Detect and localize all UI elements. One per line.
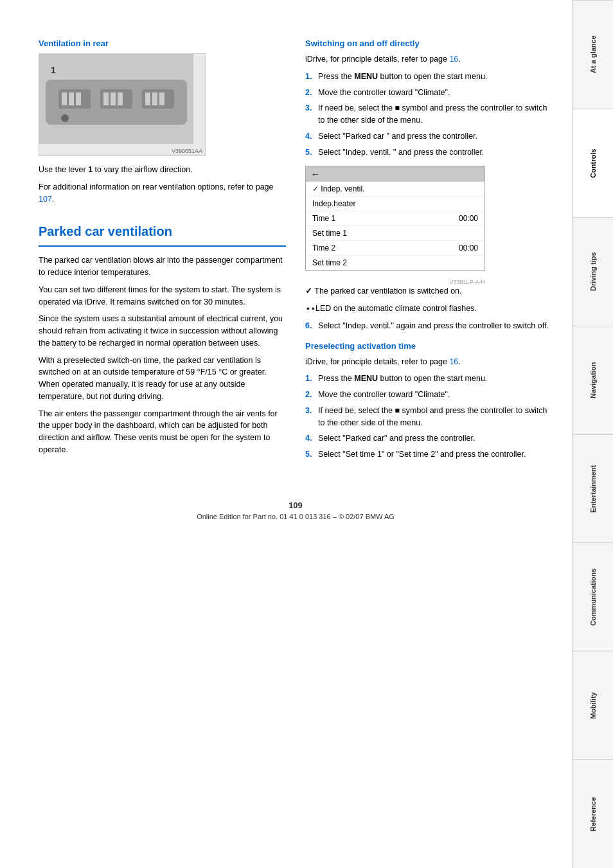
switch-step-2: 2. Move the controller toward "Climate". [305,87,553,99]
svg-rect-11 [145,93,150,105]
preselect-intro: iDrive, for principle details, refer to … [305,356,553,368]
svg-rect-4 [69,93,74,105]
page-footer: 109 Online Edition for Part no. 01 41 0 … [39,494,553,520]
switch-intro: iDrive, for principle details, refer to … [305,53,553,66]
menu-item-time2: Time 2 00:00 [306,241,484,256]
menu-screenshot-wrapper: ← ✓ Indep. ventil. Indep.heater Time 1 0… [305,166,553,285]
back-icon: ← [311,169,320,179]
menu-item-time1: Time 1 00:00 [306,211,484,226]
menu-item-indep-heater: Indep.heater [306,197,484,211]
svg-rect-3 [62,93,67,105]
ventilation-rear-title: Ventilation in rear [39,39,286,48]
svg-rect-12 [152,93,157,105]
preselect-step-1: 1. Press the MENU button to open the sta… [305,373,553,385]
copyright-text: Online Edition for Part no. 01 41 0 013 … [39,513,553,520]
right-sidebar: At a glance Controls Driving tips Naviga… [572,0,613,868]
sidebar-tab-mobility[interactable]: Mobility [573,651,613,759]
sidebar-tab-driving-tips[interactable]: Driving tips [573,217,613,326]
svg-text:1: 1 [51,65,56,75]
parked-para5: The air enters the passenger compartment… [39,408,286,456]
sidebar-tab-reference[interactable]: Reference [573,759,613,868]
menu-box: ← ✓ Indep. ventil. Indep.heater Time 1 0… [305,166,485,271]
vent-body1: Use the lever 1 to vary the airflow dire… [39,164,286,176]
menu-item-indep-ventil: ✓ Indep. ventil. [306,182,484,197]
menu-caption: V3301LP-A-H [305,279,485,285]
sidebar-tab-entertainment[interactable]: Entertainment [573,434,613,543]
switch-step-4: 4. Select "Parked car " and press the co… [305,130,553,143]
section-divider [39,245,286,247]
menu-header: ← [306,166,484,182]
menu-item-set-time1: Set time 1 [306,226,484,241]
preselect-step-5: 5. Select "Set time 1" or "Set time 2" a… [305,448,553,461]
svg-rect-9 [118,93,123,105]
switch-note1: ✓ The parked car ventilation is switched… [305,285,553,297]
ventilation-image: 1 V390051AA [39,53,206,156]
switch-step-5: 5. Select "Indep. ventil. " and press th… [305,146,553,159]
right-column: Switching on and off directly iDrive, fo… [305,39,553,468]
page-number: 109 [39,500,553,510]
preselect-title: Preselecting activation time [305,341,553,351]
image-caption: V390051AA [172,148,202,154]
switch-step-6: 6. Select "Indep. ventil." again and pre… [305,320,553,332]
svg-rect-5 [76,93,81,105]
switch-section-title: Switching on and off directly [305,39,553,48]
switch-note2: ⚬⚬LED on the automatic climate control f… [305,303,553,315]
switch-step-3: 3. If need be, select the ■ symbol and p… [305,102,553,127]
vent-body2: For additional information on rear venti… [39,181,286,206]
switch-steps-list: 1. Press the MENU button to open the sta… [305,71,553,159]
sidebar-tab-communications[interactable]: Communications [573,542,613,651]
sidebar-tab-at-a-glance[interactable]: At a glance [573,0,613,109]
svg-rect-8 [111,93,116,105]
preselect-step-3: 3. If need be, select the ■ symbol and p… [305,405,553,429]
svg-rect-13 [159,93,164,105]
svg-rect-7 [103,93,109,105]
left-column: Ventilation in rear [39,39,286,468]
parked-para2: You can set two different times for the … [39,284,286,308]
menu-item-set-time2: Set time 2 [306,256,484,270]
preselect-step-2: 2. Move the controller toward "Climate". [305,389,553,401]
parked-para3: Since the system uses a substantial amou… [39,313,286,349]
switch-step-1: 1. Press the MENU button to open the sta… [305,71,553,83]
parked-para4: With a preselected switch-on time, the p… [39,355,286,403]
sidebar-tab-controls[interactable]: Controls [573,109,613,217]
parked-car-title: Parked car ventilation [39,224,286,239]
preselect-steps-list: 1. Press the MENU button to open the sta… [305,373,553,461]
preselect-step-4: 4. Select "Parked car" and press the con… [305,432,553,445]
sidebar-tab-navigation[interactable]: Navigation [573,326,613,434]
switch-step6-list: 6. Select "Indep. ventil." again and pre… [305,320,553,332]
svg-point-14 [61,114,69,122]
parked-para1: The parked car ventilation blows air int… [39,254,286,279]
